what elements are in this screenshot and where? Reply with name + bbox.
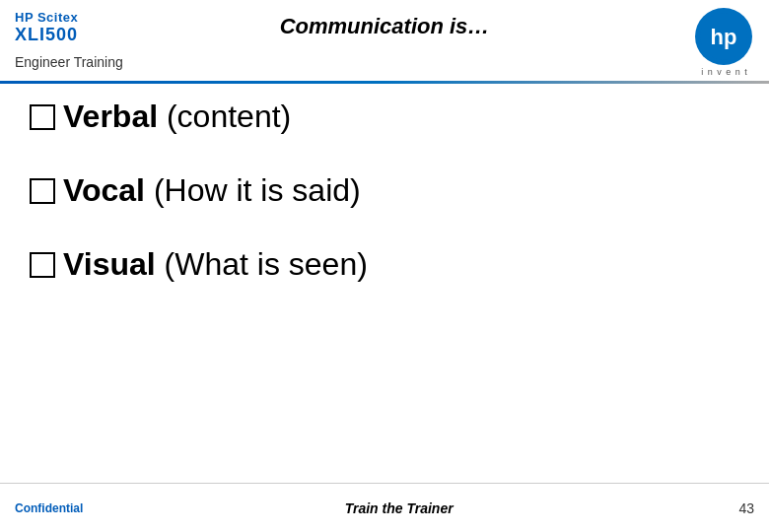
bullet-text-verbal: Verbal (content) <box>63 99 291 135</box>
svg-text:hp: hp <box>711 25 737 49</box>
bullet-item-visual: Visual (What is seen) <box>30 246 739 283</box>
footer-page-number: 43 <box>715 500 754 516</box>
hp-invent-text: i n v e n t <box>695 67 754 77</box>
header-divider <box>0 81 769 84</box>
bullet-item-verbal: Verbal (content) <box>30 99 739 135</box>
checkbox-icon-verbal <box>30 104 55 130</box>
main-content: Verbal (content) Vocal (How it is said) … <box>30 99 739 320</box>
hp-logo: hp i n v e n t <box>695 8 754 67</box>
header: HP Scitex XLI500 Communication is… Engin… <box>0 0 769 89</box>
engineer-training-label: Engineer Training <box>15 54 123 70</box>
bullet-item-vocal: Vocal (How it is said) <box>30 172 739 209</box>
footer-confidential: Confidential <box>15 501 83 515</box>
checkbox-icon-visual <box>30 252 55 278</box>
footer-center-text: Train the Trainer <box>345 500 454 516</box>
slide: HP Scitex XLI500 Communication is… Engin… <box>0 0 769 532</box>
title-bar: Communication is… <box>0 14 769 39</box>
bullet-text-vocal: Vocal (How it is said) <box>63 172 361 209</box>
footer: Confidential Train the Trainer 43 <box>0 483 769 532</box>
checkbox-icon-vocal <box>30 178 55 204</box>
bullet-text-visual: Visual (What is seen) <box>63 246 368 283</box>
slide-title: Communication is… <box>280 14 490 38</box>
